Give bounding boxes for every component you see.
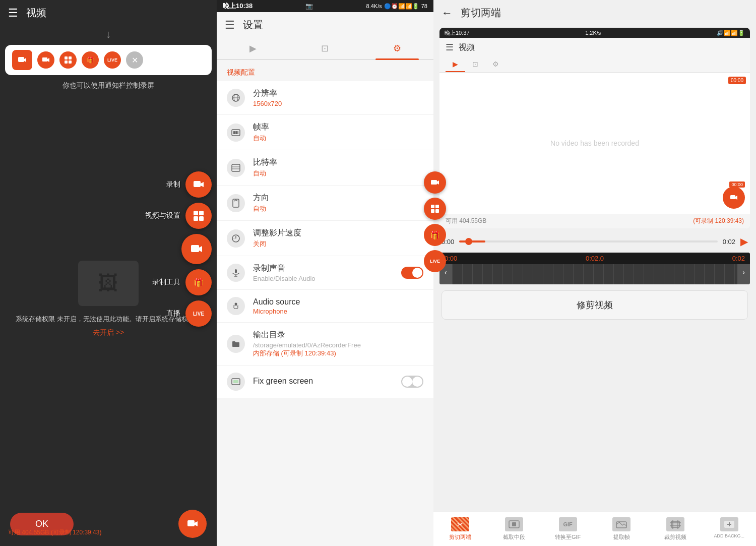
panel-middle: 晚上10:38 📷 8.4K/s 🔵⏰📶📶🔋 78 ☰ 设置 ▶ ⊡ ⚙ 视频配… <box>217 0 433 546</box>
svg-marker-45 <box>735 196 737 200</box>
tab-settings[interactable]: ⚙ <box>361 38 433 59</box>
svg-marker-3 <box>47 58 49 62</box>
play-button[interactable]: ▶ <box>740 235 748 248</box>
phone-tabs: ▶ ⊡ ⚙ <box>439 57 750 73</box>
status-icons-middle: 8.4K/s 🔵⏰📶📶🔋 78 <box>366 3 427 10</box>
phone-tab-settings[interactable]: ⚙ <box>485 57 506 72</box>
timeline-end: 0:02 <box>732 255 745 262</box>
svg-rect-43 <box>435 209 439 213</box>
settings-orientation[interactable]: 方向 自动 <box>217 186 433 221</box>
notif-gift-icon[interactable]: 🎁 <box>82 51 99 69</box>
notif-camera-icon[interactable] <box>37 51 54 69</box>
green-screen-icon <box>227 373 245 391</box>
phone-tab-photo[interactable]: ⊡ <box>465 57 485 72</box>
toolbar-to-gif[interactable]: GIF 转换至GIF <box>541 512 595 546</box>
tab-video[interactable]: ▶ <box>217 38 289 59</box>
fab-label-tool: 录制工具 <box>152 278 180 287</box>
phone-status-bar: 晚上10:37 1.2K/s 🔊📶📶🔋 <box>439 28 750 38</box>
middle-overlay-fabs: 🎁 LIVE <box>424 171 446 272</box>
status-speed: 8.4K/s <box>366 3 382 9</box>
svg-rect-0 <box>18 57 24 62</box>
output-dir-name: 输出目录 <box>253 330 423 340</box>
notif-live-icon[interactable]: LIVE <box>104 51 121 69</box>
available-storage-left: 可用 404.55GB (可录制 120:39:43) <box>8 528 101 537</box>
phone-time: 晚上10:37 <box>445 29 470 37</box>
panel-left: ☰ 视频 ↓ <box>0 0 217 546</box>
green-screen-toggle[interactable] <box>401 376 423 388</box>
fab-btn-record[interactable] <box>185 171 212 198</box>
audio-source-text: Audio source Microphone <box>253 297 423 315</box>
cut-ends-label: 剪切两端 <box>449 533 471 541</box>
settings-audio-source[interactable]: Audio source Microphone <box>217 290 433 323</box>
settings-resolution[interactable]: 分辨率 1560x720 <box>217 81 433 115</box>
svg-rect-13 <box>199 216 204 221</box>
middle-fab-gift[interactable]: 🎁 <box>424 224 446 246</box>
output-dir-value2: 内部存储 (可录制 120:39:43) <box>253 349 423 358</box>
settings-framerate[interactable]: 帧率 自动 <box>217 115 433 150</box>
middle-fab-camera[interactable] <box>424 171 446 194</box>
settings-green-screen[interactable]: Fix green screen <box>217 366 433 398</box>
crop-video-label: 裁剪视频 <box>664 533 686 541</box>
toolbar-cut-ends[interactable]: ✂ 剪切两端 <box>433 512 487 546</box>
framerate-name: 帧率 <box>253 122 423 133</box>
status-bar-middle: 晚上10:38 📷 8.4K/s 🔵⏰📶📶🔋 78 <box>217 0 433 12</box>
speed-text: 调整影片速度 关闭 <box>253 228 423 249</box>
fab-btn-main[interactable] <box>181 234 212 264</box>
back-button[interactable]: ← <box>442 7 453 20</box>
phone-menu-icon[interactable]: ☰ <box>446 42 454 53</box>
phone-tab-video[interactable]: ▶ <box>446 57 465 72</box>
middle-menu-icon[interactable]: ☰ <box>225 19 235 32</box>
audio-name: 录制声音 <box>253 263 401 274</box>
svg-rect-8 <box>194 181 201 187</box>
settings-bitrate[interactable]: 比特率 自动 <box>217 150 433 186</box>
tab-photo[interactable]: ⊡ <box>289 38 361 59</box>
edit-button[interactable]: 修剪视频 <box>442 290 748 320</box>
right-topbar: ← 剪切两端 <box>433 0 756 26</box>
settings-scroll: 视频配置 分辨率 1560x720 <box>217 60 433 546</box>
notif-grid-icon[interactable] <box>59 51 77 69</box>
fab-btn-settings[interactable] <box>185 203 212 229</box>
extract-frames-icon <box>612 517 631 531</box>
bitrate-text: 比特率 自动 <box>253 157 423 178</box>
playback-scrubber[interactable] <box>459 240 717 242</box>
speed-value: 关闭 <box>253 239 423 249</box>
fab-row-live: 直播 LIVE <box>145 300 212 327</box>
fab-label-live: 直播 <box>166 309 180 318</box>
notif-record-icon[interactable] <box>12 50 32 70</box>
settings-audio[interactable]: 录制声音 Enable/Disable Audio <box>217 256 433 290</box>
fab-btn-live[interactable]: LIVE <box>185 300 212 327</box>
svg-rect-14 <box>191 245 199 252</box>
middle-topbar: ☰ 设置 <box>217 12 433 38</box>
phone-record-btn[interactable] <box>723 187 745 209</box>
toolbar-cut-middle[interactable]: 截取中段 <box>487 512 541 546</box>
open-storage-link[interactable]: 去开启 >> <box>93 328 124 337</box>
cut-middle-icon <box>505 517 523 531</box>
svg-rect-37 <box>233 380 238 383</box>
fab-label-record: 录制 <box>166 180 180 189</box>
settings-output-dir[interactable]: 输出目录 /storage/emulated/0/AzRecorderFree … <box>217 323 433 366</box>
svg-rect-25 <box>232 164 240 171</box>
toolbar-add-background[interactable]: ADD BACKG... <box>702 512 756 546</box>
timeline-start: 0:00 <box>445 255 457 262</box>
settings-speed[interactable]: 调整影片速度 关闭 <box>217 221 433 256</box>
toolbar-extract-frames[interactable]: 提取帧 <box>595 512 649 546</box>
middle-fab-grid[interactable] <box>424 198 446 220</box>
left-menu-icon[interactable]: ☰ <box>8 7 18 20</box>
toolbar-crop-video[interactable]: 裁剪视频 <box>649 512 703 546</box>
bottom-record-btn[interactable] <box>178 510 207 538</box>
panel-right: ← 剪切两端 晚上10:37 1.2K/s 🔊📶📶🔋 ☰ 视频 ▶ ⊡ ⚙ 00… <box>433 0 756 546</box>
crop-video-icon <box>666 517 684 531</box>
middle-fab-row4: LIVE <box>424 250 446 272</box>
audio-toggle[interactable] <box>401 267 423 279</box>
svg-rect-47 <box>512 522 516 526</box>
orientation-icon <box>227 194 245 212</box>
bitrate-icon <box>227 159 245 177</box>
timeline-right-arrow[interactable]: › <box>737 264 750 284</box>
notification-bar: 🎁 LIVE ✕ <box>5 45 212 75</box>
timeline-track-wrapper: ‹ › <box>439 264 750 284</box>
notif-close-icon[interactable]: ✕ <box>126 51 143 69</box>
middle-fab-live[interactable]: LIVE <box>424 250 446 272</box>
fab-btn-tool[interactable]: 🎁 <box>185 269 212 295</box>
fab-row-tool: 录制工具 🎁 <box>145 269 212 295</box>
status-camera-middle: 📷 <box>305 3 313 10</box>
